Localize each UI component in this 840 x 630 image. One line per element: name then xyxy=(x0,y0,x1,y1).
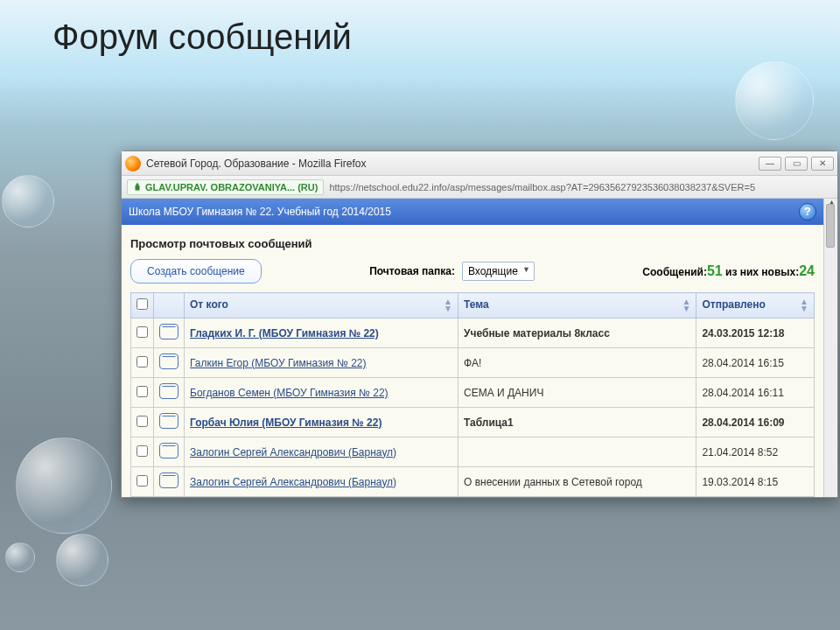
window-titlebar[interactable]: Сетевой Город. Образование - Mozilla Fir… xyxy=(122,151,837,176)
subject-cell: СЕМА И ДАНИЧ xyxy=(458,378,696,408)
subject-cell xyxy=(458,438,696,467)
sender-link[interactable]: Горбач Юлия (МБОУ Гимназия № 22) xyxy=(190,416,382,429)
page-heading: Просмотр почтовых сообщений xyxy=(130,237,815,250)
col-subject[interactable]: Тема▲▼ xyxy=(458,293,696,318)
messages-count-label: Сообщений: xyxy=(642,266,707,278)
date-cell: 19.03.2014 8:15 xyxy=(696,467,815,497)
app-header-bar: Школа МБОУ Гимназия № 22. Учебный год 20… xyxy=(122,199,823,225)
sender-link[interactable]: Залогин Сергей Александрович (Барнаул) xyxy=(190,476,396,488)
table-row[interactable]: Гладких И. Г. (МБОУ Гимназия № 22)Учебны… xyxy=(131,318,815,348)
scroll-thumb[interactable] xyxy=(826,204,835,248)
messages-new: 24 xyxy=(799,263,815,278)
address-bar[interactable]: GLAV.UPRAV. OBRAZOVANIYA... (RU) https:/… xyxy=(122,176,837,199)
row-checkbox[interactable] xyxy=(136,386,148,397)
subject-cell: Учебные материалы 8класс xyxy=(458,318,696,348)
col-icon xyxy=(154,293,185,318)
folder-label: Почтовая папка: xyxy=(369,265,455,277)
date-cell: 28.04.2014 16:09 xyxy=(696,408,815,438)
col-subject-label: Тема xyxy=(464,298,489,311)
select-all-checkbox[interactable] xyxy=(136,298,148,310)
window-maximize-button[interactable]: ▭ xyxy=(785,157,808,171)
table-row[interactable]: Горбач Юлия (МБОУ Гимназия № 22)Таблица1… xyxy=(131,408,815,438)
lock-icon xyxy=(133,182,142,191)
envelope-icon[interactable] xyxy=(159,354,178,369)
envelope-icon[interactable] xyxy=(159,443,178,458)
folder-select[interactable]: Входящие xyxy=(462,262,535,281)
sort-icon[interactable]: ▲▼ xyxy=(682,298,691,312)
col-checkbox[interactable] xyxy=(131,293,154,318)
subject-cell: ФА! xyxy=(458,348,696,378)
row-checkbox[interactable] xyxy=(136,326,148,338)
slide-title: Форум сообщений xyxy=(52,18,352,57)
window-close-button[interactable]: ✕ xyxy=(811,157,834,171)
table-row[interactable]: Залогин Сергей Александрович (Барнаул)О … xyxy=(131,467,815,497)
table-row[interactable]: Галкин Егор (МБОУ Гимназия № 22)ФА!28.04… xyxy=(131,348,815,378)
messages-mid-label: из них новых: xyxy=(723,266,800,278)
envelope-icon[interactable] xyxy=(159,383,178,399)
col-from[interactable]: От кого▲▼ xyxy=(185,293,458,318)
messages-total: 51 xyxy=(707,263,723,278)
site-identity-text: GLAV.UPRAV. OBRAZOVANIYA... (RU) xyxy=(145,182,318,192)
table-row[interactable]: Богданов Семен (МБОУ Гимназия № 22)СЕМА … xyxy=(131,378,815,408)
date-cell: 24.03.2015 12:18 xyxy=(696,318,815,348)
site-identity[interactable]: GLAV.UPRAV. OBRAZOVANIYA... (RU) xyxy=(127,179,324,195)
date-cell: 28.04.2014 16:15 xyxy=(696,348,815,378)
browser-window: Сетевой Город. Образование - Mozilla Fir… xyxy=(121,150,838,498)
sender-link[interactable]: Галкин Егор (МБОУ Гимназия № 22) xyxy=(190,357,367,369)
create-message-button[interactable]: Создать сообщение xyxy=(130,259,262,284)
window-minimize-button[interactable]: — xyxy=(759,157,781,171)
window-title: Сетевой Город. Образование - Mozilla Fir… xyxy=(146,158,759,170)
sender-link[interactable]: Богданов Семен (МБОУ Гимназия № 22) xyxy=(190,387,388,399)
subject-cell: О внесении данных в Сетевой город xyxy=(458,467,696,497)
sender-link[interactable]: Залогин Сергей Александрович (Барнаул) xyxy=(190,446,396,458)
envelope-icon[interactable] xyxy=(159,413,178,429)
row-checkbox[interactable] xyxy=(136,356,148,368)
envelope-icon[interactable] xyxy=(159,472,178,488)
mail-table: От кого▲▼ Тема▲▼ Отправлено▲▼ Гладких И.… xyxy=(130,292,815,497)
sort-icon[interactable]: ▲▼ xyxy=(444,298,452,312)
help-icon[interactable]: ? xyxy=(799,203,816,220)
col-from-label: От кого xyxy=(190,298,228,311)
school-year-label: Школа МБОУ Гимназия № 22. Учебный год 20… xyxy=(129,206,391,218)
row-checkbox[interactable] xyxy=(136,416,148,427)
envelope-icon[interactable] xyxy=(159,324,178,340)
col-sent[interactable]: Отправлено▲▼ xyxy=(696,293,815,318)
sender-link[interactable]: Гладких И. Г. (МБОУ Гимназия № 22) xyxy=(190,327,379,340)
subject-cell: Таблица1 xyxy=(458,408,696,438)
scrollbar[interactable]: ▴ xyxy=(823,199,837,497)
row-checkbox[interactable] xyxy=(136,475,148,486)
firefox-icon xyxy=(125,156,141,172)
url-text: https://netschool.edu22.info/asp/message… xyxy=(329,182,755,192)
row-checkbox[interactable] xyxy=(136,445,148,457)
date-cell: 28.04.2014 16:11 xyxy=(696,378,815,408)
sort-icon[interactable]: ▲▼ xyxy=(800,298,808,312)
date-cell: 21.04.2014 8:52 xyxy=(696,438,815,467)
col-sent-label: Отправлено xyxy=(702,298,765,311)
table-row[interactable]: Залогин Сергей Александрович (Барнаул)21… xyxy=(131,438,815,467)
